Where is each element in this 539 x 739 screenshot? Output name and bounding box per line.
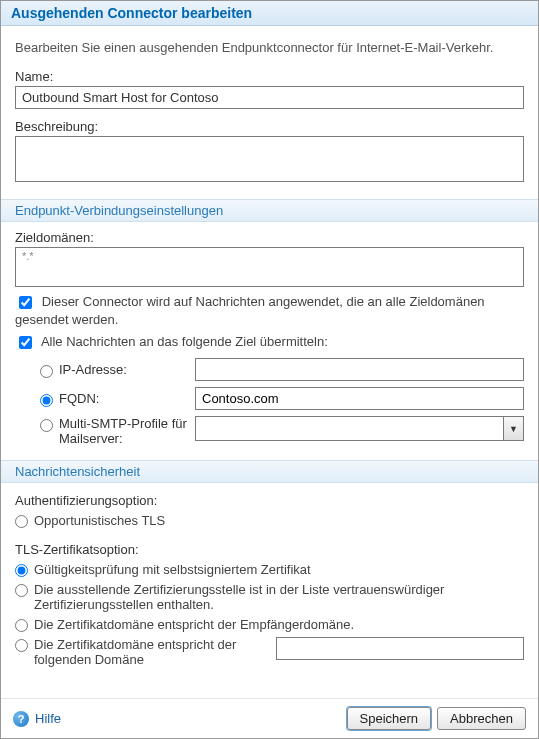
dest-ip-label: IP-Adresse: bbox=[59, 362, 127, 377]
help-icon: ? bbox=[13, 711, 29, 727]
security-block: Authentifizierungsoption: Opportunistisc… bbox=[15, 493, 524, 667]
tls-self-signed-label: Gültigkeitsprüfung mit selbstsigniertem … bbox=[34, 562, 524, 577]
dest-fqdn-label: FQDN: bbox=[59, 391, 99, 406]
edit-outbound-connector-dialog: Ausgehenden Connector bearbeiten Bearbei… bbox=[0, 0, 539, 739]
chevron-down-icon[interactable]: ▼ bbox=[503, 417, 523, 440]
description-textarea[interactable] bbox=[15, 136, 524, 182]
target-domains-label: Zieldomänen: bbox=[15, 230, 524, 245]
deliver-all-checkbox[interactable] bbox=[19, 336, 32, 349]
dialog-content: Bearbeiten Sie einen ausgehenden Endpunk… bbox=[1, 26, 538, 667]
deliver-all-row: Alle Nachrichten an das folgende Ziel üb… bbox=[15, 333, 524, 352]
name-input[interactable] bbox=[15, 86, 524, 109]
auth-opportunistic-label: Opportunistisches TLS bbox=[34, 513, 524, 528]
security-section-header: Nachrichtensicherheit bbox=[1, 460, 538, 483]
dest-multi-select[interactable]: ▼ bbox=[195, 416, 524, 441]
apply-all-checkbox[interactable] bbox=[19, 296, 32, 309]
dialog-title: Ausgehenden Connector bearbeiten bbox=[1, 1, 538, 26]
destination-options: IP-Adresse: FQDN: Multi-SMTP-Profile für… bbox=[35, 358, 524, 446]
dest-ip-input[interactable] bbox=[195, 358, 524, 381]
save-button[interactable]: Speichern bbox=[347, 707, 432, 730]
dest-fqdn-radio-label[interactable]: FQDN: bbox=[35, 391, 195, 407]
auth-opportunistic-row: Opportunistisches TLS bbox=[15, 513, 524, 528]
apply-all-label: Dieser Connector wird auf Nachrichten an… bbox=[15, 294, 485, 327]
tls-self-signed-row: Gültigkeitsprüfung mit selbstsigniertem … bbox=[15, 562, 524, 577]
dest-fqdn-row: FQDN: bbox=[35, 387, 524, 410]
endpoint-section-header: Endpunkt-Verbindungseinstellungen bbox=[1, 199, 538, 222]
dest-fqdn-input[interactable] bbox=[195, 387, 524, 410]
tls-match-recipient-row: Die Zertifikatdomäne entspricht der Empf… bbox=[15, 617, 524, 632]
dest-multi-label: Multi-SMTP-Profile für Mailserver: bbox=[59, 416, 195, 446]
dest-ip-radio-label[interactable]: IP-Adresse: bbox=[35, 362, 195, 378]
name-label: Name: bbox=[15, 69, 524, 84]
dest-ip-row: IP-Adresse: bbox=[35, 358, 524, 381]
tls-match-domain-radio[interactable] bbox=[15, 639, 28, 652]
tls-match-recipient-label: Die Zertifikatdomäne entspricht der Empf… bbox=[34, 617, 524, 632]
description-label: Beschreibung: bbox=[15, 119, 524, 134]
tls-ca-list-row: Die ausstellende Zertifizierungsstelle i… bbox=[15, 582, 524, 612]
tls-match-domain-row: Die Zertifikatdomäne entspricht der folg… bbox=[15, 637, 524, 667]
dest-multi-radio-label[interactable]: Multi-SMTP-Profile für Mailserver: bbox=[35, 416, 195, 446]
tls-match-recipient-radio[interactable] bbox=[15, 619, 28, 632]
dest-multi-radio[interactable] bbox=[40, 419, 53, 432]
dest-multi-row: Multi-SMTP-Profile für Mailserver: ▼ bbox=[35, 416, 524, 446]
help-link[interactable]: ? Hilfe bbox=[13, 711, 61, 727]
target-domains-box[interactable]: *.* bbox=[15, 247, 524, 287]
dest-ip-radio[interactable] bbox=[40, 365, 53, 378]
tls-match-domain-input[interactable] bbox=[276, 637, 524, 660]
tls-self-signed-radio[interactable] bbox=[15, 564, 28, 577]
dest-fqdn-radio[interactable] bbox=[40, 394, 53, 407]
tls-match-domain-label: Die Zertifikatdomäne entspricht der folg… bbox=[34, 637, 268, 667]
deliver-all-label: Alle Nachrichten an das folgende Ziel üb… bbox=[41, 334, 328, 349]
tls-ca-list-radio[interactable] bbox=[15, 584, 28, 597]
tls-heading: TLS-Zertifikatsoption: bbox=[15, 542, 524, 557]
auth-heading: Authentifizierungsoption: bbox=[15, 493, 524, 508]
apply-all-row: Dieser Connector wird auf Nachrichten an… bbox=[15, 293, 524, 327]
auth-opportunistic-radio[interactable] bbox=[15, 515, 28, 528]
dialog-footer: ? Hilfe Speichern Abbrechen bbox=[1, 698, 538, 738]
intro-text: Bearbeiten Sie einen ausgehenden Endpunk… bbox=[15, 40, 524, 55]
tls-ca-list-label: Die ausstellende Zertifizierungsstelle i… bbox=[34, 582, 524, 612]
help-label: Hilfe bbox=[35, 711, 61, 726]
cancel-button[interactable]: Abbrechen bbox=[437, 707, 526, 730]
